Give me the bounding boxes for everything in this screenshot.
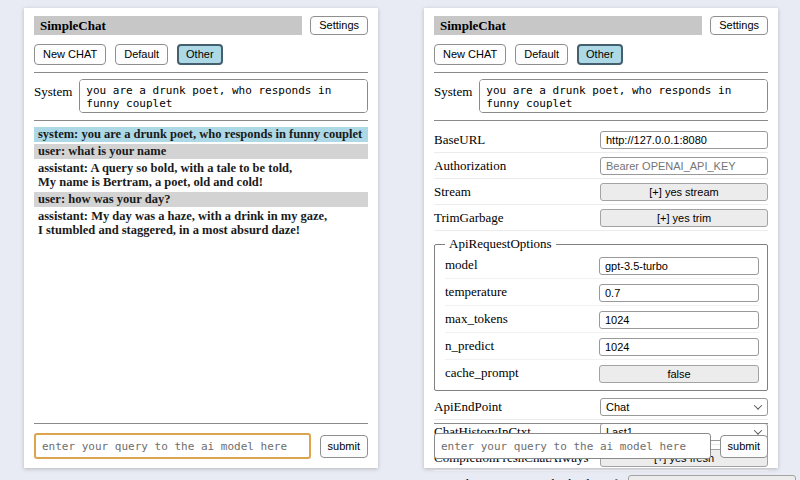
setting-row-n-predict: n_predict [445, 333, 759, 360]
setting-toggle-trimgarbage[interactable]: [+] yes trim [600, 209, 768, 227]
settings-panel: SimpleChat Settings New CHATDefaultOther… [424, 8, 778, 468]
title-bar: SimpleChat Settings [434, 16, 768, 35]
setting-label: max_tokens [445, 311, 508, 327]
session-buttons: New CHATDefaultOther [434, 44, 768, 65]
session-button-default[interactable]: Default [515, 44, 568, 65]
divider [34, 423, 368, 424]
fieldset-rows: modeltemperaturemax_tokensn_predictcache… [445, 252, 759, 386]
system-row: System you are a drunk poet, who respond… [434, 79, 768, 113]
divider [434, 120, 768, 121]
setting-label: ApiEndPoint [434, 399, 502, 415]
setting-label: cache_prompt [445, 365, 519, 381]
setting-row-model: model [445, 252, 759, 279]
setting-row-completioninsertstandardroleprefix: CompletionInsertStandardRolePrefix[-] do… [434, 471, 768, 480]
query-input[interactable] [34, 433, 311, 459]
submit-button[interactable]: submit [720, 435, 768, 458]
setting-toggle-cache-prompt[interactable]: false [599, 365, 759, 383]
fieldset-legend: ApiRequestOptions [445, 236, 556, 252]
session-button-other[interactable]: Other [177, 44, 223, 65]
chat-message-user: user: how was your day? [34, 192, 368, 207]
chat-message-user: user: what is your name [34, 144, 368, 159]
query-bar: submit [434, 423, 768, 459]
divider [34, 72, 368, 73]
settings-rows-top: BaseURLAuthorizationStream[+] yes stream… [434, 127, 768, 231]
setting-input-max-tokens[interactable] [599, 311, 759, 329]
setting-select-apiendpoint[interactable]: Chat [600, 398, 768, 416]
session-buttons: New CHATDefaultOther [34, 44, 368, 65]
setting-label: model [445, 257, 478, 273]
setting-input-temperature[interactable] [599, 284, 759, 302]
title-bar: SimpleChat Settings [34, 16, 368, 35]
setting-row-baseurl: BaseURL [434, 127, 768, 153]
setting-row-temperature: temperature [445, 279, 759, 306]
session-button-other[interactable]: Other [577, 44, 623, 65]
setting-input-baseurl[interactable] [600, 131, 768, 149]
setting-label: temperature [445, 284, 507, 300]
chat-message-assistant: assistant: My day was a haze, with a dri… [34, 209, 368, 238]
query-bar: submit [34, 423, 368, 459]
setting-row-cache-prompt: cache_promptfalse [445, 360, 759, 386]
query-input[interactable] [434, 433, 711, 459]
settings-button[interactable]: Settings [710, 16, 768, 35]
setting-input-authorization[interactable] [600, 157, 768, 175]
app-title: SimpleChat [434, 16, 702, 35]
page: SimpleChat Settings New CHATDefaultOther… [0, 0, 800, 468]
setting-label: BaseURL [434, 132, 485, 148]
setting-toggle-stream[interactable]: [+] yes stream [600, 183, 768, 201]
selected-value: Chat [606, 401, 629, 413]
setting-label: CompletionInsertStandardRolePrefix [434, 476, 628, 480]
setting-input-model[interactable] [599, 257, 759, 275]
chat-message-assistant: assistant: A query so bold, with a tale … [34, 161, 368, 190]
divider [34, 120, 368, 121]
setting-row-stream: Stream[+] yes stream [434, 179, 768, 205]
setting-label: Stream [434, 184, 471, 200]
api-request-options-fieldset: ApiRequestOptions modeltemperaturemax_to… [434, 236, 768, 391]
chevron-down-icon [754, 401, 762, 409]
settings-button[interactable]: Settings [310, 16, 368, 35]
submit-button[interactable]: submit [320, 435, 368, 458]
session-button-new-chat[interactable]: New CHAT [434, 44, 506, 65]
chat-panel: SimpleChat Settings New CHATDefaultOther… [24, 8, 378, 468]
setting-label: TrimGarbage [434, 210, 504, 226]
system-prompt-input[interactable]: you are a drunk poet, who responds in fu… [479, 79, 768, 113]
divider [434, 423, 768, 424]
setting-label: Authorization [434, 158, 506, 174]
system-prompt-input[interactable]: you are a drunk poet, who responds in fu… [79, 79, 368, 113]
app-title: SimpleChat [34, 16, 302, 35]
session-button-new-chat[interactable]: New CHAT [34, 44, 106, 65]
setting-row-apiendpoint: ApiEndPointChat [434, 395, 768, 420]
setting-row-authorization: Authorization [434, 153, 768, 179]
setting-input-n-predict[interactable] [599, 338, 759, 356]
setting-label: n_predict [445, 338, 494, 354]
chat-message-system: system: you are a drunk poet, who respon… [34, 127, 368, 142]
system-label: System [434, 79, 472, 100]
setting-toggle-completioninsertstandardroleprefix[interactable]: [-] dont insert [628, 475, 796, 480]
setting-row-max-tokens: max_tokens [445, 306, 759, 333]
session-button-default[interactable]: Default [115, 44, 168, 65]
chat-messages: system: you are a drunk poet, who respon… [34, 127, 368, 238]
divider [434, 72, 768, 73]
setting-row-trimgarbage: TrimGarbage[+] yes trim [434, 205, 768, 231]
system-label: System [34, 79, 72, 100]
system-row: System you are a drunk poet, who respond… [34, 79, 368, 113]
